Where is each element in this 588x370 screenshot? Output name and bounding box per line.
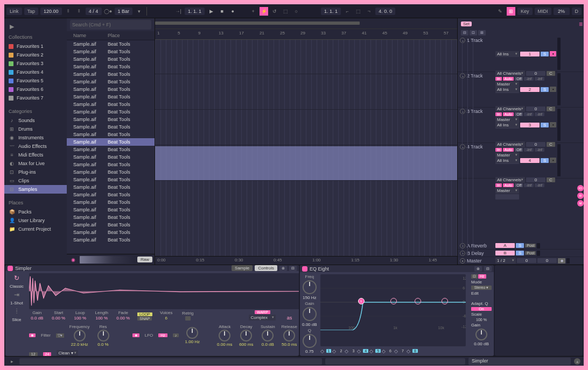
file-row[interactable]: Sample.aifBeat Tools: [67, 101, 155, 108]
retrig-toggle[interactable]: [185, 316, 191, 321]
eq-band-5-node[interactable]: [415, 298, 421, 304]
place-item[interactable]: 📁Current Project: [4, 225, 67, 233]
m-tab[interactable]: M: [577, 200, 584, 207]
eq-band-toggle[interactable]: 7: [400, 349, 405, 353]
tempo-field[interactable]: 120.00: [40, 8, 62, 15]
file-row[interactable]: Sample.aifBeat Tools: [67, 123, 155, 131]
file-row[interactable]: Sample.aifBeat Tools: [67, 221, 155, 229]
filter-res-knob[interactable]: [97, 330, 109, 341]
eq-graph[interactable]: 12 6 0 -6 -12 100 1k 10k 1: [320, 274, 466, 346]
track-name[interactable]: 3 Track: [467, 109, 483, 114]
track-name[interactable]: 2 Track: [467, 73, 483, 79]
time-ruler[interactable]: 0:000:150:300:451:001:151:301:45: [155, 256, 457, 265]
input-type[interactable]: All Ins: [495, 51, 519, 57]
file-row[interactable]: Sample.aifBeat Tools: [67, 93, 155, 101]
track-number[interactable]: 1: [520, 52, 540, 56]
eq-band-8-node[interactable]: [442, 298, 448, 304]
sample-tab[interactable]: Sample: [232, 265, 253, 271]
eq-band-shape-icon[interactable]: ◇: [394, 348, 400, 353]
master-track-name[interactable]: Master: [467, 258, 482, 264]
arrangement-track-row[interactable]: [155, 111, 457, 145]
favourite-item[interactable]: Favourites 6: [4, 85, 67, 94]
status-collapse-icon[interactable]: ▴: [574, 358, 580, 365]
eq-gain-value[interactable]: 0.00 dB: [302, 322, 317, 327]
length-value[interactable]: 100 %: [95, 316, 108, 321]
return-letter[interactable]: A: [495, 243, 515, 248]
chevron-down-icon[interactable]: ▾: [135, 7, 143, 16]
filter-freq-value[interactable]: 22.0 kHz: [71, 342, 88, 347]
file-row[interactable]: Sample.aifBeat Tools: [67, 229, 155, 236]
reenable-automation[interactable]: ↺: [270, 7, 279, 16]
eq-band-toggle[interactable]: 2: [338, 349, 344, 353]
loop-button[interactable]: LOOP: [137, 312, 152, 316]
decay-knob[interactable]: [240, 330, 252, 341]
lfo-toggle[interactable]: ■: [132, 333, 139, 337]
file-row[interactable]: Sample.aifBeat Tools: [67, 86, 155, 93]
io-toggle[interactable]: ⊟: [461, 30, 468, 35]
release-value[interactable]: 50.0 ms: [282, 342, 297, 347]
link-button[interactable]: Link: [6, 8, 22, 15]
track-name[interactable]: 4 Track: [467, 144, 483, 150]
track-number[interactable]: 3: [520, 123, 540, 127]
loop-toggle[interactable]: ⬚: [354, 7, 362, 16]
solo-button[interactable]: S: [541, 52, 549, 56]
category-item[interactable]: ⊟Samples: [4, 185, 67, 194]
eq-output-gain-knob[interactable]: [475, 329, 487, 340]
category-item[interactable]: ♪Sounds: [4, 116, 67, 125]
master-vol[interactable]: 0: [517, 258, 536, 263]
eq-gain-knob[interactable]: [303, 307, 317, 321]
pencil-icon[interactable]: ✎: [496, 7, 505, 16]
file-row[interactable]: Sample.aifBeat Tools: [67, 146, 155, 153]
eq-save-icon[interactable]: ⊟: [484, 266, 492, 272]
eq-expand-icon[interactable]: ⊚: [474, 266, 482, 272]
arrangement-track-row[interactable]: [155, 146, 457, 181]
record-button[interactable]: ●: [228, 7, 237, 16]
return-post[interactable]: Post: [525, 251, 536, 255]
nudge-down-icon[interactable]: ⦀: [75, 7, 83, 16]
solo-button[interactable]: S: [541, 87, 549, 92]
snap-button[interactable]: SNAP: [137, 317, 152, 321]
file-row[interactable]: Sample.aifBeat Tools: [67, 214, 155, 221]
key-map-button[interactable]: Key: [517, 8, 533, 15]
favourite-item[interactable]: Favourites 3: [4, 59, 67, 68]
automation-arm[interactable]: ⚡: [260, 7, 268, 16]
voices-value[interactable]: 6: [165, 316, 167, 321]
classic-mode-icon[interactable]: ↻: [14, 274, 19, 282]
solo-button[interactable]: S: [541, 123, 549, 127]
category-item[interactable]: 〰Audio Effects: [4, 142, 67, 151]
eq-band-shape-icon[interactable]: ◇: [369, 348, 375, 353]
disk-overload[interactable]: D: [572, 8, 582, 15]
computer-midi-keyboard[interactable]: ⊞: [507, 7, 515, 16]
eq-band-shape-icon[interactable]: ◇: [332, 348, 338, 353]
master-solo[interactable]: ◆: [558, 258, 565, 264]
attack-value[interactable]: 0.00 ms: [217, 342, 232, 347]
track-fold[interactable]: ▸: [460, 38, 465, 43]
m-toggle[interactable]: ⊞: [478, 30, 486, 35]
file-row[interactable]: Sample.aifBeat Tools: [67, 236, 155, 244]
eq-scale-value[interactable]: 100 %: [471, 318, 492, 322]
search-input[interactable]: [70, 20, 151, 30]
arm-button[interactable]: [550, 51, 556, 56]
file-row[interactable]: Sample.aifBeat Tools: [67, 40, 155, 48]
start-value[interactable]: 0.00 %: [52, 316, 65, 321]
category-item[interactable]: ≡Midi Effects: [4, 151, 67, 159]
slice-mode-icon[interactable]: ⦙: [16, 308, 17, 315]
eq-band-toggle[interactable]: 6: [388, 349, 393, 353]
return-fold[interactable]: ▸: [460, 251, 465, 256]
filter-toggle[interactable]: ■: [29, 333, 36, 337]
file-row[interactable]: Sample.aifBeat Tools: [67, 70, 155, 78]
eq-q-value[interactable]: 0.75: [305, 349, 314, 354]
audio-clip[interactable]: [155, 146, 457, 180]
category-item[interactable]: ⊞Drums: [4, 125, 67, 133]
solo-button[interactable]: S: [541, 158, 549, 163]
decay-value[interactable]: 600 ms: [239, 342, 253, 347]
track-fold[interactable]: ▸: [460, 73, 465, 79]
input-type[interactable]: All Ins: [495, 122, 519, 128]
arm-button[interactable]: [550, 122, 556, 127]
track-number[interactable]: 2: [520, 87, 540, 92]
eq-band-toggle[interactable]: 4: [363, 349, 368, 353]
eq-mode-select[interactable]: Stereo ▾: [471, 286, 492, 290]
file-row[interactable]: Sample.aifBeat Tools: [67, 198, 155, 206]
file-row[interactable]: Sample.aifBeat Tools: [67, 78, 155, 86]
metronome-icon[interactable]: ⦀: [64, 7, 73, 16]
